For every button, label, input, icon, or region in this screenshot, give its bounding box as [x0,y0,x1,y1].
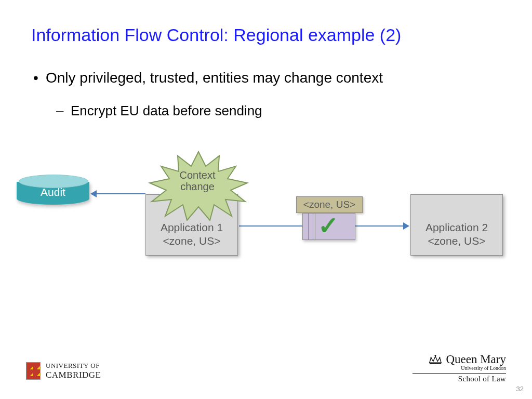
cambridge-line2: CAMBRIDGE [46,370,101,380]
svg-point-3 [440,357,441,358]
cambridge-logo: UNIVERSITY OF CAMBRIDGE [26,362,101,380]
slide-title: Information Flow Control: Regional examp… [31,25,401,45]
qm-school: School of Law [413,375,506,383]
svg-point-2 [431,357,432,358]
bullet-level-2: Encrypt EU data before sending [71,103,262,119]
svg-point-1 [435,355,436,356]
arrow-to-audit [97,193,145,194]
audit-label: Audit [17,186,89,198]
application-1-box: Application 1 <zone, US> [145,194,238,256]
cambridge-crest-icon [26,362,41,380]
audit-cylinder: Audit [17,177,89,207]
app2-name: Application 2 [425,221,488,233]
qm-name: Queen Mary [446,353,506,366]
context-change-starburst [147,149,250,221]
svg-marker-0 [150,152,247,220]
app2-tag: <zone, US> [428,235,486,247]
checkmark-icon: ✓ [318,211,339,240]
packet-body [302,213,355,240]
bullet-level-1: Only privileged, trusted, entities may c… [46,70,383,86]
queen-mary-logo: Queen Mary University of London School o… [413,353,506,383]
diagram-area: Audit Application 1 <zone, US> Applicati… [0,0,532,399]
slide: Information Flow Control: Regional examp… [0,0,532,399]
arrow-to-app2 [239,225,403,227]
cambridge-line1: UNIVERSITY OF [46,362,101,370]
crown-icon [428,354,443,365]
context-change-label: Context change [171,169,223,192]
application-2-box: Application 2 <zone, US> [410,194,503,256]
page-number: 32 [516,385,524,393]
app1-name: Application 1 [161,221,223,233]
packet-zone-tag: <zone, US> [296,196,363,213]
app1-tag: <zone, US> [163,235,221,247]
